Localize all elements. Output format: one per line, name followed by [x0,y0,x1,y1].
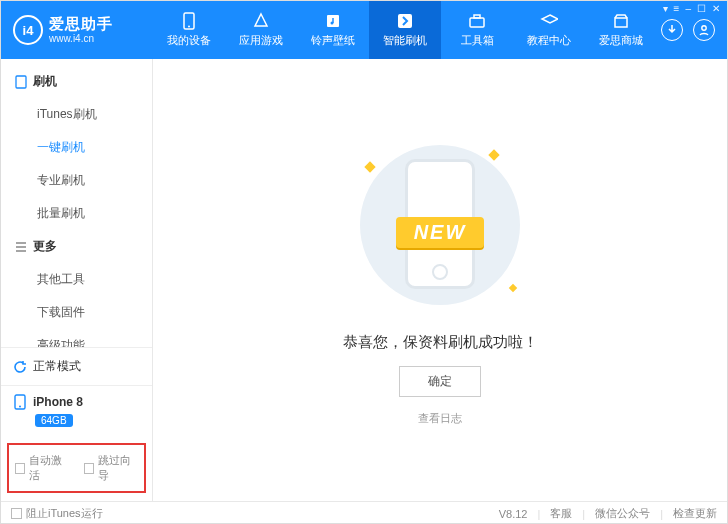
svg-point-8 [702,26,706,30]
nav-tutorial[interactable]: 教程中心 [513,1,585,59]
svg-rect-7 [615,18,627,27]
svg-point-11 [19,406,21,408]
nav-label: 智能刷机 [383,33,427,48]
support-link[interactable]: 客服 [550,506,572,521]
sidebar-item-advanced[interactable]: 高级功能 [1,329,152,347]
menu-button[interactable]: ≡ [674,3,680,14]
app-logo: i4 爱思助手 www.i4.cn [1,1,153,59]
list-icon [15,241,27,253]
music-icon [324,12,342,30]
mode-label: 正常模式 [33,358,81,375]
new-ribbon: NEW [396,217,485,248]
nav-apps[interactable]: 应用游戏 [225,1,297,59]
block-itunes-checkbox[interactable]: 阻止iTunes运行 [11,506,103,521]
svg-point-1 [188,26,190,28]
auto-activate-checkbox[interactable]: 自动激活 [15,453,70,483]
skip-guide-checkbox[interactable]: 跳过向导 [84,453,139,483]
success-message: 恭喜您，保资料刷机成功啦！ [343,333,538,352]
wechat-link[interactable]: 微信公众号 [595,506,650,521]
refresh-icon [13,360,27,374]
flash-options-highlighted: 自动激活 跳过向导 [7,443,146,493]
sidebar-group-flash[interactable]: 刷机 [1,65,152,98]
sidebar-item-itunes-flash[interactable]: iTunes刷机 [1,98,152,131]
toolbox-icon [468,12,486,30]
storage-badge: 64GB [35,414,73,427]
status-bar: 阻止iTunes运行 V8.12 | 客服 | 微信公众号 | 检查更新 [1,501,727,524]
maximize-button[interactable]: ☐ [697,3,706,14]
sidebar-item-pro-flash[interactable]: 专业刷机 [1,164,152,197]
sidebar-group-title: 更多 [33,238,57,255]
version-label: V8.12 [499,508,528,520]
svg-rect-4 [398,14,412,28]
app-site: www.i4.cn [49,33,113,44]
ok-button[interactable]: 确定 [399,366,481,397]
app-name: 爱思助手 [49,16,113,33]
checkbox-label: 阻止iTunes运行 [26,506,103,521]
app-header: i4 爱思助手 www.i4.cn 我的设备 应用游戏 铃声壁纸 智能刷机 工具… [1,1,727,59]
apps-icon [252,12,270,30]
nav-label: 爱思商城 [599,33,643,48]
nav-label: 工具箱 [461,33,494,48]
sidebar-item-oneclick-flash[interactable]: 一键刷机 [1,131,152,164]
nav-shop[interactable]: 爱思商城 [585,1,657,59]
nav-flash[interactable]: 智能刷机 [369,1,441,59]
window-controls: ▾ ≡ – ☐ ✕ [663,3,720,14]
flash-icon [396,12,414,30]
top-nav: 我的设备 应用游戏 铃声壁纸 智能刷机 工具箱 教程中心 爱思商城 [153,1,657,59]
sidebar-item-download-firmware[interactable]: 下载固件 [1,296,152,329]
svg-point-3 [331,22,334,25]
checkbox-label: 跳过向导 [98,453,138,483]
download-button[interactable] [661,19,683,41]
device-icon [13,394,27,410]
check-update-link[interactable]: 检查更新 [673,506,717,521]
device-icon [180,12,198,30]
sidebar-group-more[interactable]: 更多 [1,230,152,263]
phone-icon [15,75,27,89]
close-button[interactable]: ✕ [712,3,720,14]
device-name: iPhone 8 [33,395,83,409]
checkbox-icon [11,508,22,519]
main-content: NEW 恭喜您，保资料刷机成功啦！ 确定 查看日志 [153,59,727,501]
svg-rect-6 [474,15,480,18]
success-illustration: NEW [340,135,540,315]
nav-toolbox[interactable]: 工具箱 [441,1,513,59]
svg-rect-9 [16,76,26,88]
checkbox-icon [84,463,94,474]
device-panel[interactable]: iPhone 8 64GB [1,385,152,437]
nav-ringtone[interactable]: 铃声壁纸 [297,1,369,59]
view-log-link[interactable]: 查看日志 [418,411,462,426]
sidebar-item-other-tools[interactable]: 其他工具 [1,263,152,296]
edu-icon [540,12,558,30]
nav-my-device[interactable]: 我的设备 [153,1,225,59]
checkbox-label: 自动激活 [29,453,69,483]
minimize-button[interactable]: – [685,3,691,14]
logo-icon: i4 [13,15,43,45]
nav-label: 应用游戏 [239,33,283,48]
profile-button[interactable] [693,19,715,41]
device-mode-status[interactable]: 正常模式 [1,347,152,385]
svg-rect-5 [470,18,484,27]
nav-label: 我的设备 [167,33,211,48]
sidebar-item-batch-flash[interactable]: 批量刷机 [1,197,152,230]
sidebar: 刷机 iTunes刷机 一键刷机 专业刷机 批量刷机 更多 其他工具 下载固件 … [1,59,153,501]
checkbox-icon [15,463,25,474]
nav-label: 教程中心 [527,33,571,48]
nav-label: 铃声壁纸 [311,33,355,48]
shop-icon [612,12,630,30]
skin-button[interactable]: ▾ [663,3,668,14]
sidebar-group-title: 刷机 [33,73,57,90]
